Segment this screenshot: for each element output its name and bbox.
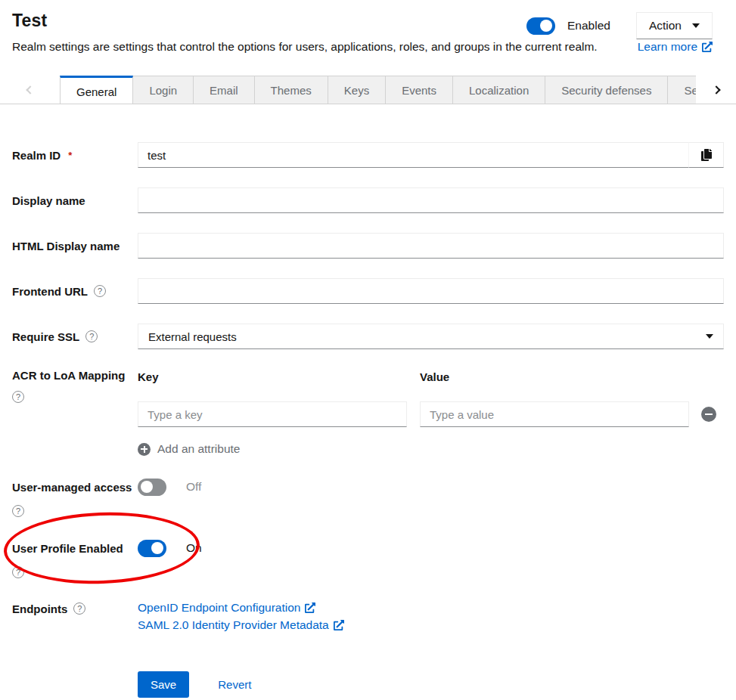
save-button[interactable]: Save: [138, 671, 189, 698]
frontend-url-input[interactable]: [138, 278, 724, 304]
help-icon[interactable]: ?: [12, 566, 24, 578]
copy-button[interactable]: [688, 142, 724, 168]
realm-id-label: Realm ID*: [12, 149, 138, 162]
html-display-name-input[interactable]: [138, 233, 724, 259]
required-asterisk: *: [68, 150, 72, 161]
help-icon[interactable]: ?: [12, 391, 24, 403]
require-ssl-select[interactable]: External requests: [138, 324, 724, 349]
tab-email[interactable]: Email: [194, 76, 255, 104]
user-managed-access-state-label: Off: [186, 480, 201, 494]
tab-themes[interactable]: Themes: [255, 76, 328, 104]
copy-icon: [700, 149, 713, 161]
realm-id-input[interactable]: [138, 142, 688, 168]
tab-sessions[interactable]: Sessions: [668, 76, 696, 104]
caret-down-icon: [692, 23, 700, 28]
realm-enabled-toggle[interactable]: [526, 17, 555, 35]
plus-circle-icon: [138, 443, 151, 456]
toggle-knob: [151, 542, 163, 554]
chevron-left-icon: [26, 85, 34, 94]
learn-more-label: Learn more: [638, 40, 697, 54]
add-attribute-button[interactable]: Add an attribute: [138, 442, 240, 456]
user-profile-enabled-toggle[interactable]: [138, 540, 166, 557]
add-attribute-label: Add an attribute: [157, 442, 240, 456]
tab-localization[interactable]: Localization: [453, 76, 545, 104]
tab-general[interactable]: General: [60, 76, 133, 104]
acr-attribute-row: [138, 401, 724, 427]
display-name-row: Display name: [12, 187, 724, 213]
display-name-label: Display name: [12, 194, 138, 207]
page-subtitle-row: Realm settings are settings that control…: [12, 40, 713, 54]
html-display-name-label: HTML Display name: [12, 240, 138, 252]
external-link-icon: [305, 602, 315, 613]
acr-value-input[interactable]: [420, 401, 689, 427]
enabled-label: Enabled: [567, 19, 610, 33]
help-icon[interactable]: ?: [12, 505, 24, 517]
page-header: Test Realm settings are settings that co…: [0, 0, 736, 76]
endpoints-label: Endpoints?: [12, 601, 138, 617]
saml-metadata-link[interactable]: SAML 2.0 Identity Provider Metadata: [138, 618, 724, 632]
openid-endpoint-link[interactable]: OpenID Endpoint Configuration: [138, 601, 724, 615]
tabs-strip: General Login Email Themes Keys Events L…: [60, 76, 696, 104]
toggle-knob: [540, 20, 552, 32]
caret-down-icon: [706, 334, 713, 339]
require-ssl-label: Require SSL?: [12, 330, 138, 343]
user-profile-enabled-row: User Profile Enabled ? On: [12, 540, 724, 578]
require-ssl-selected-value: External requests: [148, 330, 237, 343]
user-managed-access-toggle[interactable]: [138, 479, 166, 496]
tab-keys[interactable]: Keys: [328, 76, 386, 104]
frontend-url-row: Frontend URL?: [12, 278, 724, 304]
toggle-knob: [141, 481, 153, 493]
tab-scroll-left-button[interactable]: [0, 76, 60, 104]
help-icon[interactable]: ?: [94, 285, 106, 297]
user-profile-enabled-label: User Profile Enabled ?: [12, 540, 138, 578]
help-icon[interactable]: ?: [73, 602, 85, 615]
action-menu-label: Action: [649, 19, 682, 33]
user-profile-enabled-state-label: On: [186, 541, 202, 555]
user-managed-access-label: User-managed access ?: [12, 479, 138, 517]
page-subtitle: Realm settings are settings that control…: [12, 40, 598, 54]
value-column-header: Value: [420, 370, 449, 383]
realm-id-row: Realm ID*: [12, 142, 724, 168]
frontend-url-label: Frontend URL?: [12, 285, 138, 298]
remove-attribute-button[interactable]: [701, 407, 716, 422]
tab-bar: General Login Email Themes Keys Events L…: [0, 76, 736, 104]
display-name-input[interactable]: [138, 187, 724, 213]
tab-scroll-right-button[interactable]: [696, 76, 736, 104]
external-link-icon: [334, 620, 344, 630]
acr-key-input[interactable]: [138, 401, 407, 427]
tab-events[interactable]: Events: [386, 76, 453, 104]
user-managed-access-row: User-managed access ? Off: [12, 479, 724, 517]
key-column-header: Key: [138, 370, 420, 383]
learn-more-link[interactable]: Learn more: [638, 40, 713, 54]
endpoints-row: Endpoints? OpenID Endpoint Configuration…: [12, 601, 724, 632]
help-icon[interactable]: ?: [85, 330, 98, 342]
form-actions: Save Revert: [138, 671, 724, 698]
minus-icon: [705, 413, 713, 415]
html-display-name-row: HTML Display name: [12, 233, 724, 259]
header-controls: Enabled Action: [526, 12, 713, 39]
acr-loa-mapping-row: ACR to LoA Mapping ? Key Value Add an at…: [12, 369, 724, 459]
external-link-icon: [702, 42, 713, 52]
require-ssl-row: Require SSL? External requests: [12, 324, 724, 349]
tab-security-defenses[interactable]: Security defenses: [545, 76, 668, 104]
acr-loa-mapping-label: ACR to LoA Mapping ?: [12, 369, 138, 459]
action-menu-button[interactable]: Action: [636, 12, 713, 39]
chevron-right-icon: [712, 85, 720, 94]
acr-column-headers: Key Value: [138, 370, 724, 383]
revert-link[interactable]: Revert: [218, 678, 251, 691]
tab-login[interactable]: Login: [133, 76, 194, 104]
general-settings-form: Realm ID* Display name HTML Display name…: [0, 104, 736, 698]
